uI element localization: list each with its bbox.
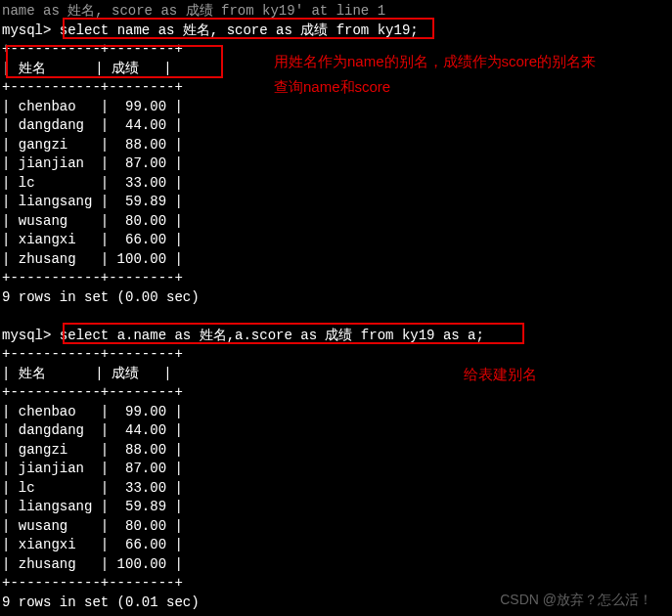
table-row: | lc | 33.00 | (2, 174, 670, 194)
query-text-1: select name as 姓名, score as 成绩 from ky19… (60, 22, 419, 38)
table-row: | xiangxi | 66.00 | (2, 536, 670, 555)
table-row: | zhusang | 100.00 | (2, 250, 670, 270)
table-row: | chenbao | 99.00 | (2, 403, 670, 422)
annotation-2: 给表建别名 (464, 362, 537, 387)
table-row: | wusang | 80.00 | (2, 517, 670, 537)
prompt-line-1[interactable]: mysql> select name as 姓名, score as 成绩 fr… (2, 22, 670, 41)
table-border: +-----------+--------+ (2, 383, 670, 403)
table-row: | wusang | 80.00 | (2, 212, 670, 232)
table-header: | 姓名 | 成绩 | (2, 365, 670, 384)
query-text-2: select a.name as 姓名,a.score as 成绩 from k… (60, 328, 484, 343)
table-row: | zhusang | 100.00 | (2, 555, 670, 575)
table-row: | xiangxi | 66.00 | (2, 231, 670, 250)
result-line-1: 9 rows in set (0.00 sec) (2, 288, 670, 308)
table-row: | jianjian | 87.00 | (2, 460, 670, 479)
table-border: +-----------+--------+ (2, 269, 670, 288)
annotation-1: 用姓名作为name的别名，成绩作为score的别名来查询name和score (274, 49, 606, 99)
table-row: | dangdang | 44.00 | (2, 116, 670, 136)
watermark: CSDN @放弃？怎么活！ (500, 591, 652, 610)
table-row: | gangzi | 88.00 | (2, 441, 670, 461)
blank-line (2, 307, 670, 327)
table-row: | liangsang | 59.89 | (2, 498, 670, 517)
error-line: name as 姓名, score as 成绩 from ky19' at li… (2, 2, 670, 22)
table-row: | lc | 33.00 | (2, 479, 670, 499)
table-row: | liangsang | 59.89 | (2, 193, 670, 212)
table-row: | gangzi | 88.00 | (2, 136, 670, 155)
table-row: | chenbao | 99.00 | (2, 98, 670, 117)
prompt-line-2[interactable]: mysql> select a.name as 姓名,a.score as 成绩… (2, 327, 670, 346)
table-row: | jianjian | 87.00 | (2, 154, 670, 174)
table-row: | dangdang | 44.00 | (2, 421, 670, 441)
table-border: +-----------+--------+ (2, 345, 670, 365)
